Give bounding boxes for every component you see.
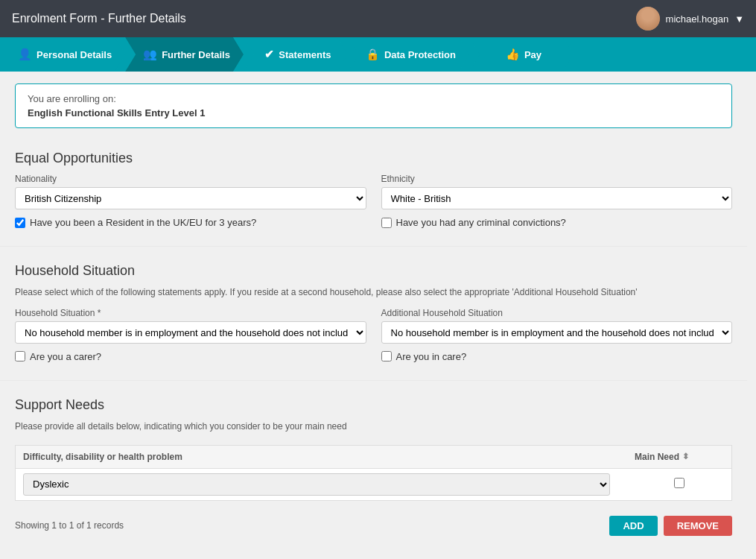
tab-data-protection[interactable]: 🔒 Data Protection	[348, 37, 469, 72]
nav-tabs: 👤 Personal Details 👥 Further Details ✔ S…	[0, 37, 756, 72]
carer-label[interactable]: Are you a carer?	[30, 351, 101, 362]
tab-personal-details[interactable]: 👤 Personal Details	[0, 37, 125, 72]
records-text: Showing 1 to 1 of 1 records	[15, 520, 124, 531]
tab-personal-details-label: Personal Details	[36, 49, 112, 60]
household-subtitle: Please select which of the following sta…	[15, 286, 732, 299]
carer-checkbox[interactable]	[15, 351, 25, 361]
main-content: You are enrolling on: English Functional…	[0, 72, 747, 559]
tab-further-details[interactable]: 👥 Further Details	[125, 37, 244, 72]
tab-pay-label: Pay	[524, 49, 541, 60]
nationality-label: Nationality	[15, 174, 366, 184]
problem-select-cell: Dyslexic	[23, 473, 635, 496]
col-header-problem: Difficulty, disability or health problem	[23, 452, 635, 462]
household-section: Household Situation Please select which …	[0, 253, 747, 374]
thumbsup-icon: 👍	[506, 48, 520, 61]
checkbox-row-2: Are you a carer? Are you in care?	[15, 351, 732, 362]
tab-statements-label: Statements	[279, 49, 331, 60]
app-header: Enrolment Form - Further Details michael…	[0, 0, 756, 37]
criminal-convictions-label[interactable]: Have you had any criminal convictions?	[396, 217, 566, 228]
criminal-convictions-group: Have you had any criminal convictions?	[381, 217, 733, 228]
nationality-group: Nationality British Citizenship Other	[15, 174, 366, 209]
col-header-need: Main Need ⬍	[635, 452, 724, 462]
table-header-row: Difficulty, disability or health problem…	[15, 445, 732, 468]
tab-data-protection-label: Data Protection	[384, 49, 456, 60]
equal-opportunities-section: Equal Opportunities Nationality British …	[0, 140, 747, 240]
household-selects-row: Household Situation * No household membe…	[15, 308, 732, 344]
divider-2	[0, 380, 747, 381]
username: michael.hogan	[666, 13, 729, 25]
additional-household-select[interactable]: No household member is in employment and…	[381, 321, 733, 344]
in-care-checkbox[interactable]	[381, 351, 392, 361]
in-care-group: Are you in care?	[381, 351, 733, 362]
nationality-select[interactable]: British Citizenship Other	[15, 187, 366, 209]
footer-row: Showing 1 to 1 of 1 records ADD REMOVE	[0, 508, 747, 543]
additional-household-group: Additional Household Situation No househ…	[381, 308, 733, 344]
page-title: Enrolment Form - Further Details	[12, 12, 186, 25]
checkmark-icon: ✔	[264, 48, 274, 61]
enrolment-box: You are enrolling on: English Functional…	[15, 83, 732, 128]
support-needs-section: Support Needs Please provide all details…	[0, 387, 747, 445]
ethnicity-select[interactable]: White - British White - Irish Other	[381, 187, 733, 209]
add-button[interactable]: ADD	[609, 516, 657, 536]
person-icon: 👤	[18, 48, 32, 61]
support-needs-table: Difficulty, disability or health problem…	[0, 445, 747, 508]
remove-button[interactable]: REMOVE	[664, 516, 732, 536]
carer-group: Are you a carer?	[15, 351, 366, 362]
uk-resident-group: Have you been a Resident in the UK/EU fo…	[15, 217, 366, 228]
enrolment-course: English Functional Skills Entry Level 1	[28, 107, 720, 119]
household-title: Household Situation	[15, 263, 732, 279]
uk-resident-label[interactable]: Have you been a Resident in the UK/EU fo…	[30, 217, 256, 228]
problem-select[interactable]: Dyslexic	[23, 473, 610, 496]
ethnicity-label: Ethnicity	[381, 174, 733, 184]
household-situation-label: Household Situation *	[15, 308, 366, 318]
household-situation-group: Household Situation * No household membe…	[15, 308, 366, 344]
main-need-checkbox[interactable]	[674, 478, 684, 488]
support-needs-title: Support Needs	[15, 397, 732, 413]
col-need-label: Main Need	[635, 452, 679, 462]
household-situation-select[interactable]: No household member is in employment and…	[15, 321, 366, 344]
main-need-cell	[635, 478, 724, 490]
tab-pay[interactable]: 👍 Pay	[469, 37, 574, 72]
avatar	[636, 7, 660, 31]
support-needs-subtitle: Please provide all details below, indica…	[15, 420, 732, 433]
tab-further-details-label: Further Details	[162, 49, 230, 60]
user-menu[interactable]: michael.hogan ▼	[636, 7, 744, 31]
divider-1	[0, 246, 747, 247]
tab-statements[interactable]: ✔ Statements	[244, 37, 348, 72]
dropdown-icon: ▼	[734, 13, 744, 25]
equal-opportunities-title: Equal Opportunities	[15, 151, 732, 166]
nationality-ethnicity-row: Nationality British Citizenship Other Et…	[15, 174, 732, 209]
lock-icon: 🔒	[366, 48, 380, 61]
in-care-label[interactable]: Are you in care?	[396, 351, 467, 362]
people-icon: 👥	[143, 48, 157, 61]
action-buttons: ADD REMOVE	[609, 516, 732, 536]
ethnicity-group: Ethnicity White - British White - Irish …	[381, 174, 733, 209]
uk-resident-checkbox[interactable]	[15, 218, 25, 228]
checkbox-row-1: Have you been a Resident in the UK/EU fo…	[15, 217, 732, 228]
additional-household-label: Additional Household Situation	[381, 308, 733, 318]
criminal-convictions-checkbox[interactable]	[381, 218, 392, 228]
sort-icon: ⬍	[682, 452, 689, 461]
table-row: Dyslexic	[15, 468, 732, 501]
enrolment-label: You are enrolling on:	[28, 93, 720, 104]
